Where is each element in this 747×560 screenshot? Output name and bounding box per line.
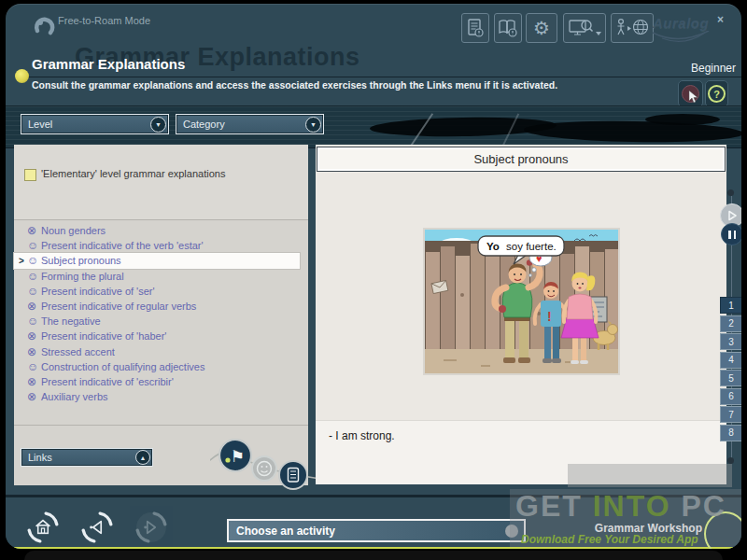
topics-panel-title: 'Elementary' level grammar explanations [41, 168, 225, 179]
page-list: 12345678 [720, 297, 741, 441]
cross-icon: ⊗ [27, 225, 41, 236]
document-step-button[interactable] [279, 461, 307, 489]
report-button[interactable] [461, 13, 489, 43]
chevron-down-icon[interactable]: ▼ [150, 117, 166, 133]
help-button[interactable]: ? [705, 80, 728, 107]
workstation-search-button[interactable] [563, 13, 606, 43]
grammar-topic-row[interactable]: ⊗Stressed accent [14, 344, 300, 359]
home-icon [36, 521, 50, 534]
cross-icon: ⊗ [27, 301, 41, 312]
pause-icon [734, 231, 737, 239]
grammar-topic-label: Present indicative of the verb 'estar' [41, 240, 204, 251]
pause-icon [728, 231, 731, 239]
page-title: Grammar Explanations [32, 56, 185, 72]
grammar-topic-row[interactable]: ⊗Present indicative of 'escribir' [14, 374, 300, 389]
smiley-icon: ☺ [27, 255, 41, 266]
help-icon: ? [708, 85, 726, 103]
speaker-button[interactable] [80, 511, 114, 544]
flag-icon: ⚑ [231, 448, 245, 466]
speech-rest: soy fuerte. [506, 241, 557, 252]
taskbar-shape [24, 551, 723, 560]
smiley-icon: ☺ [27, 286, 41, 297]
grammar-topic-row[interactable]: ⊗Auxiliary verbs [14, 389, 300, 404]
chevron-down-icon[interactable]: ▼ [305, 117, 321, 133]
level-dropdown-label: Level [21, 119, 150, 130]
page-number-button[interactable]: 1 [720, 297, 741, 314]
smiley-icon: ☺ [27, 361, 41, 372]
grammar-topic-label: Present indicative of 'escribir' [41, 376, 174, 387]
flag-step-button[interactable]: ⚑ [219, 440, 251, 471]
activity-path: ⚑ [210, 425, 331, 497]
close-icon[interactable]: × [717, 13, 724, 26]
category-dropdown[interactable]: Category ▼ [176, 114, 324, 134]
brand-name: Auralog [653, 15, 709, 31]
page-number-button[interactable]: 8 [720, 425, 741, 441]
pointer-mode-button[interactable] [678, 80, 703, 107]
play-activity-button[interactable] [134, 511, 168, 544]
grammar-topic-row[interactable]: ⊗Noun genders [14, 223, 300, 238]
travel-mode-button[interactable] [611, 13, 654, 43]
grammar-topic-row[interactable]: ⊗Present indicative of 'haber' [14, 329, 300, 343]
decor-blob [645, 114, 720, 125]
app-logo-swirl-icon [32, 13, 56, 37]
watermark-pc: PC [681, 489, 726, 523]
page-number-button[interactable]: 7 [720, 406, 741, 423]
grammar-topic-label: Construction of qualifying adjectives [41, 361, 204, 372]
watermark-into: INTO [593, 489, 671, 523]
page-number-button[interactable]: 3 [720, 333, 741, 350]
grammar-topic-row[interactable]: ☺Construction of qualifying adjectives [14, 359, 300, 374]
grammar-topic-row[interactable]: ☺The negative [14, 314, 300, 329]
watermark-get: GET [515, 489, 583, 523]
page-subtitle: Consult the grammar explanations and acc… [32, 79, 557, 91]
cursor-pointer-icon [682, 85, 699, 103]
grammar-topic-label: Present indicative of 'haber' [41, 330, 166, 342]
smiley-icon: ☺ [27, 271, 41, 282]
cross-icon: ⊗ [27, 330, 41, 342]
caption-text: - I am strong. [329, 429, 395, 442]
play-icon [726, 210, 738, 221]
nav-dot-top [727, 189, 734, 196]
cross-icon: ⊗ [27, 346, 41, 357]
choose-activity-label: Choose an activity [229, 525, 505, 538]
nav-dot-bottom [727, 457, 734, 464]
speaker-icon [90, 522, 101, 534]
links-dropdown-label: Links [21, 452, 135, 463]
topics-panel-header: 'Elementary' level grammar explanations [14, 145, 308, 220]
grammar-topic-label: Noun genders [41, 225, 106, 236]
report-icon [464, 17, 486, 39]
svg-text:Yo soy fuerte.: Yo soy fuerte. [486, 241, 557, 252]
explanation-title: Subject pronouns [317, 147, 726, 172]
book-icon [497, 17, 519, 39]
legend-square-icon [24, 169, 36, 181]
mode-label: Free-to-Roam Mode [58, 15, 150, 26]
grammar-topic-row[interactable]: >☺Subject pronouns [14, 253, 300, 268]
category-dropdown-label: Category [176, 119, 305, 130]
choose-activity-dropdown[interactable]: Choose an activity [227, 519, 526, 542]
svg-text:!: ! [547, 309, 552, 324]
grammar-topic-row[interactable]: ☺Forming the plural [14, 269, 300, 284]
links-dropdown[interactable]: Links ▲ [21, 448, 153, 467]
page-number-button[interactable]: 5 [720, 370, 741, 386]
settings-button[interactable]: ⚙ [526, 13, 557, 43]
page-number-button[interactable]: 2 [720, 315, 741, 332]
home-button[interactable] [26, 511, 60, 544]
grammar-topic-row[interactable]: ☺Present indicative of 'ser' [14, 284, 300, 299]
smiley-icon: ☺ [27, 315, 41, 327]
pause-audio-button[interactable] [721, 223, 741, 245]
smiley-icon: ☺ [27, 240, 41, 251]
page-number-button[interactable]: 6 [720, 388, 741, 405]
grammar-topic-row[interactable]: ☺Present indicative of the verb 'estar' [14, 238, 300, 253]
watermark-tint [568, 464, 732, 487]
grammar-topic-label: Stressed accent [41, 346, 115, 357]
gear-icon: ⚙ [533, 19, 550, 37]
grammar-topic-row[interactable]: ⊗Present indicative of regular verbs [14, 299, 300, 314]
brand-swoosh-icon [649, 31, 714, 46]
smiley-step-button[interactable] [252, 456, 276, 481]
page-number-button[interactable]: 4 [720, 352, 741, 369]
lesson-book-button[interactable] [494, 13, 522, 43]
level-dropdown[interactable]: Level ▼ [21, 114, 169, 134]
speech-bold: Yo [486, 241, 500, 252]
selected-arrow: > [19, 256, 27, 266]
grammar-topic-label: Auxiliary verbs [41, 391, 108, 402]
chevron-up-icon[interactable]: ▲ [135, 450, 150, 465]
